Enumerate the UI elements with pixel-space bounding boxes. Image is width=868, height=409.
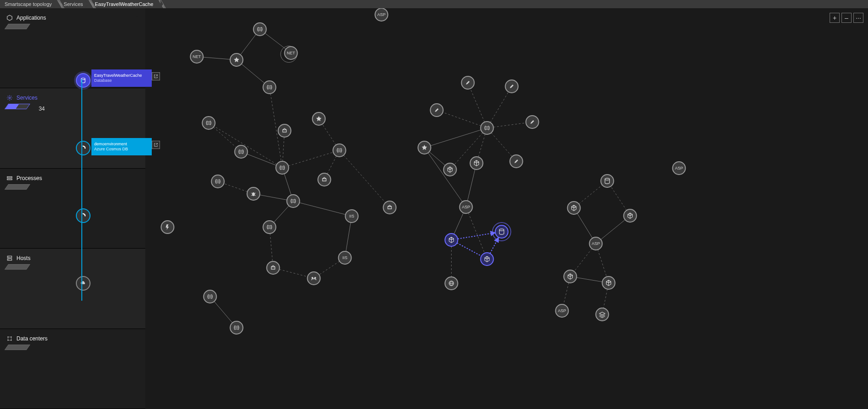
svg-line-22 — [284, 174, 291, 195]
graph-node[interactable] — [601, 175, 614, 187]
graph-node[interactable]: ASP — [375, 8, 388, 21]
svg-line-25 — [327, 156, 336, 174]
graph-node[interactable] — [602, 276, 615, 289]
graph-node[interactable] — [263, 81, 276, 94]
graph-node[interactable]: ASP — [460, 201, 473, 213]
zoom-out-button[interactable]: – — [841, 13, 852, 23]
svg-point-124 — [596, 308, 609, 321]
graph-node[interactable]: ASP — [556, 304, 569, 317]
graph-node[interactable] — [212, 175, 224, 188]
graph-node[interactable] — [313, 112, 325, 125]
graph-node[interactable] — [235, 145, 248, 158]
svg-line-54 — [577, 213, 592, 238]
graph-node[interactable]: ASP — [590, 237, 602, 250]
graph-node[interactable] — [624, 209, 637, 222]
graph-node[interactable] — [431, 104, 443, 117]
graph-node[interactable] — [278, 124, 291, 137]
svg-point-95 — [383, 201, 396, 214]
svg-rect-5 — [7, 259, 11, 260]
graph-node[interactable] — [247, 187, 260, 200]
graph-canvas[interactable]: NETNETASPIISIISASPASPASPASP — [145, 8, 868, 409]
svg-line-61 — [611, 186, 627, 211]
svg-line-55 — [601, 220, 625, 239]
svg-line-37 — [470, 89, 485, 122]
graph-node[interactable] — [418, 141, 431, 154]
graph-node[interactable] — [564, 270, 577, 283]
graph-node[interactable] — [254, 23, 266, 36]
graph-node[interactable] — [445, 277, 458, 290]
chain-service-node[interactable] — [76, 73, 91, 88]
graph-node[interactable] — [202, 117, 215, 129]
graph-node[interactable] — [596, 308, 609, 321]
breadcrumb-root[interactable]: Smartscape topology — [0, 0, 59, 8]
open-process-button[interactable] — [152, 141, 160, 149]
graph-node[interactable]: IIS — [346, 210, 358, 223]
graph-node[interactable] — [462, 76, 474, 89]
chain-datacenter-node[interactable] — [76, 276, 91, 291]
svg-line-57 — [598, 250, 607, 276]
layer-processes[interactable]: Processes — [0, 169, 145, 249]
graph-node[interactable] — [230, 321, 243, 334]
graph-node[interactable] — [383, 201, 396, 214]
graph-node[interactable] — [470, 157, 483, 170]
graph-node[interactable] — [276, 161, 289, 174]
svg-line-26 — [344, 155, 386, 203]
graph-node[interactable] — [568, 202, 580, 214]
layer-processes-label: Processes — [16, 175, 42, 181]
graph-node[interactable]: ASP — [673, 162, 686, 175]
graph-node[interactable] — [161, 221, 174, 234]
collapse-sidebar-button[interactable] — [134, 13, 142, 20]
selected-service-card[interactable]: EasyTravelWeatherCache Database — [91, 69, 152, 87]
selected-service-title: EasyTravelWeatherCache — [94, 74, 149, 78]
graph-node[interactable] — [481, 122, 494, 134]
svg-line-60 — [579, 185, 602, 204]
graph-node[interactable] — [318, 173, 331, 186]
breadcrumb: Smartscape topology Services EasyTravelW… — [0, 0, 868, 8]
svg-line-41 — [491, 133, 512, 157]
graph-node[interactable] — [444, 163, 457, 176]
graph-node[interactable] — [333, 144, 346, 157]
chain-process-node[interactable] — [76, 141, 91, 155]
graph-node[interactable] — [263, 221, 276, 234]
graph-more-button[interactable]: ··· — [853, 13, 863, 23]
graph-node[interactable] — [481, 253, 494, 266]
graph-node[interactable] — [510, 155, 523, 168]
graph-node[interactable] — [493, 223, 511, 241]
graph-node[interactable]: NET — [285, 47, 298, 59]
graph-node[interactable] — [506, 80, 518, 93]
open-service-button[interactable] — [152, 72, 160, 80]
svg-text:IIS: IIS — [349, 214, 354, 218]
breadcrumb-current: EasyTravelWeatherCache — [91, 0, 161, 8]
svg-line-20 — [247, 154, 277, 165]
graph-node[interactable] — [526, 116, 539, 128]
layer-services[interactable]: Services 34 — [0, 88, 145, 168]
svg-text:NET: NET — [193, 54, 202, 59]
graph-node[interactable] — [204, 290, 217, 303]
graph-node[interactable]: NET — [191, 50, 203, 63]
graph-node[interactable] — [445, 234, 458, 246]
svg-line-31 — [279, 270, 308, 277]
svg-point-90 — [252, 192, 255, 196]
graph-node[interactable] — [308, 272, 320, 285]
selected-process-subtitle: Azure Cosmos DB — [94, 147, 149, 152]
graph-node[interactable]: IIS — [339, 251, 351, 264]
graph-node[interactable] — [267, 261, 280, 274]
layer-hosts[interactable]: Hosts — [0, 249, 145, 329]
svg-line-19 — [213, 127, 236, 147]
graph-node[interactable] — [287, 195, 300, 207]
zoom-in-button[interactable]: + — [830, 13, 840, 23]
svg-marker-0 — [7, 15, 12, 21]
layer-datacenters[interactable]: Data centers — [0, 329, 145, 409]
svg-point-86 — [312, 277, 314, 279]
svg-line-38 — [490, 92, 509, 122]
svg-line-24 — [322, 124, 336, 145]
svg-point-108 — [495, 225, 508, 238]
hosts-icon — [6, 255, 13, 261]
graph-node[interactable] — [230, 53, 243, 66]
chain-host-node[interactable] — [76, 208, 91, 223]
selected-process-card[interactable]: demoenvironment Azure Cosmos DB — [91, 138, 152, 155]
hexagon-icon — [6, 15, 13, 21]
topology-graph[interactable]: + – ··· NETNETASPIISIISASPASPASPASP — [145, 8, 868, 409]
svg-line-32 — [260, 195, 287, 200]
svg-line-44 — [429, 152, 445, 165]
